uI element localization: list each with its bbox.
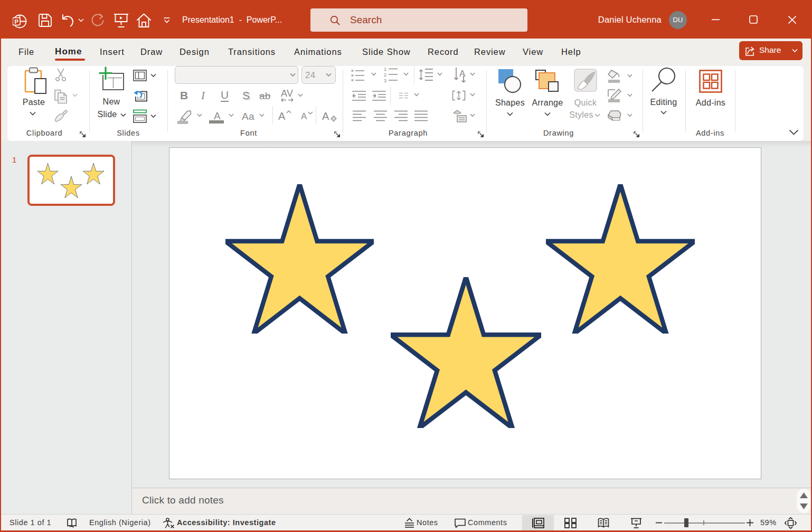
svg-text:A: A (459, 69, 466, 79)
svg-text:P: P (14, 18, 18, 25)
svg-text:2: 2 (384, 72, 386, 78)
svg-text:3: 3 (384, 78, 386, 83)
svg-text:1: 1 (384, 66, 386, 72)
